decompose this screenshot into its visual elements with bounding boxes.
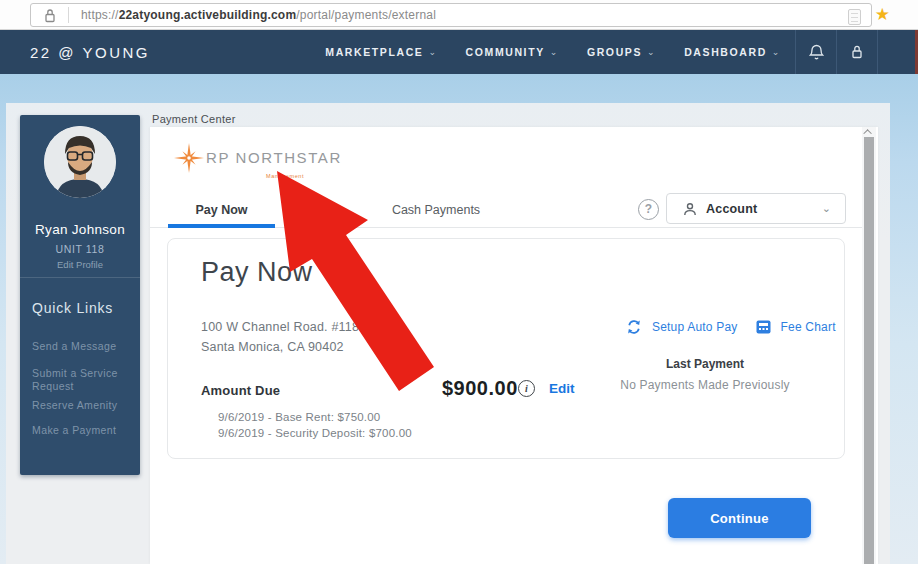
bookmark-star-icon[interactable]: ★ xyxy=(875,3,890,27)
nav-community[interactable]: COMMUNITY⌄ xyxy=(452,30,573,74)
fee-chart-link[interactable]: Fee Chart xyxy=(781,320,836,334)
nav-groups[interactable]: GROUPS⌄ xyxy=(573,30,670,74)
profile-name: Ryan Johnson xyxy=(20,222,140,237)
url-text[interactable]: https://22atyoung.activebuilding.com/por… xyxy=(81,8,436,22)
sidebar-link-send-message[interactable]: Send a Message xyxy=(32,340,132,353)
setup-auto-pay-link[interactable]: Setup Auto Pay xyxy=(652,320,738,334)
amount-due-label: Amount Due xyxy=(201,383,280,398)
pay-now-card: Pay Now 100 W Channel Road. #118 Santa M… xyxy=(167,238,845,459)
person-icon xyxy=(683,202,697,216)
chevron-down-icon: ⌄ xyxy=(822,202,831,215)
tabs-bar: Pay Now Cash Payments ? Account ⌄ xyxy=(150,194,864,228)
billing-address: 100 W Channel Road. #118 Santa Monica, C… xyxy=(201,317,359,357)
scroll-up-icon[interactable] xyxy=(862,127,876,137)
browser-url-bar: https://22atyoung.activebuilding.com/por… xyxy=(0,0,918,30)
notifications-bell-icon[interactable] xyxy=(796,30,836,74)
profile-sidebar: Ryan Johnson UNIT 118 Edit Profile Quick… xyxy=(20,115,140,475)
nav-marketplace[interactable]: MARKETPLACE⌄ xyxy=(311,30,451,74)
top-navbar: 22 @ YOUNG MARKETPLACE⌄ COMMUNITY⌄ GROUP… xyxy=(0,30,918,74)
last-payment-block: Last Payment No Payments Made Previously xyxy=(620,357,790,392)
address-bar[interactable]: https://22atyoung.activebuilding.com/por… xyxy=(30,3,872,27)
edit-profile-link[interactable]: Edit Profile xyxy=(20,259,140,270)
account-dropdown-label: Account xyxy=(706,202,757,216)
ssl-lock-icon xyxy=(31,7,69,23)
chevron-down-icon: ⌄ xyxy=(550,47,559,57)
sidebar-link-make-payment[interactable]: Make a Payment xyxy=(32,424,132,437)
charge-line-item: 9/6/2019 - Security Deposit: $700.00 xyxy=(218,427,412,439)
brand-title[interactable]: 22 @ YOUNG xyxy=(30,30,150,74)
active-tab-underline xyxy=(168,224,275,228)
payment-center-panel: RP NORTHSTAR Management Pay Now Cash Pay… xyxy=(150,127,878,564)
last-payment-value: No Payments Made Previously xyxy=(620,378,790,392)
address-line1: 100 W Channel Road. #118 xyxy=(201,317,359,337)
address-line2: Santa Monica, CA 90402 xyxy=(201,337,359,357)
fee-chart-icon xyxy=(756,320,771,334)
compass-star-icon xyxy=(174,143,204,173)
amount-due-value: $900.00 xyxy=(442,377,518,400)
nav-dashboard[interactable]: DASHBOARD⌄ xyxy=(670,30,795,74)
section-label: Payment Center xyxy=(152,113,236,125)
account-dropdown[interactable]: Account ⌄ xyxy=(666,193,846,224)
tab-pay-now[interactable]: Pay Now xyxy=(168,203,275,217)
logo-subtitle: Management xyxy=(266,173,304,179)
rp-northstar-logo: RP NORTHSTAR Management xyxy=(174,141,394,189)
profile-unit: UNIT 118 xyxy=(20,243,140,255)
charge-line-item: 9/6/2019 - Base Rent: $750.00 xyxy=(218,411,380,423)
refresh-icon xyxy=(626,319,642,335)
sidebar-link-service-request[interactable]: Submit a Service Request xyxy=(32,367,132,392)
account-lock-icon[interactable] xyxy=(837,30,877,74)
card-heading: Pay Now xyxy=(201,257,313,288)
scrollbar-thumb[interactable] xyxy=(864,137,874,564)
chevron-down-icon: ⌄ xyxy=(772,47,781,57)
info-icon[interactable]: i xyxy=(518,380,535,397)
chevron-down-icon: ⌄ xyxy=(647,47,656,57)
continue-button[interactable]: Continue xyxy=(668,498,811,538)
panel-scrollbar[interactable] xyxy=(862,127,876,564)
tab-cash-payments[interactable]: Cash Payments xyxy=(386,203,486,217)
help-icon[interactable]: ? xyxy=(638,199,659,220)
sidebar-divider xyxy=(20,277,140,278)
edit-amount-link[interactable]: Edit xyxy=(549,381,575,396)
logo-title: RP NORTHSTAR xyxy=(206,149,342,166)
chevron-down-icon: ⌄ xyxy=(428,47,437,57)
avatar[interactable] xyxy=(44,126,116,198)
last-payment-label: Last Payment xyxy=(620,357,790,371)
quick-links-title: Quick Links xyxy=(32,300,132,316)
sidebar-link-reserve-amenity[interactable]: Reserve Amenity xyxy=(32,399,132,412)
reader-mode-icon[interactable] xyxy=(848,9,861,25)
